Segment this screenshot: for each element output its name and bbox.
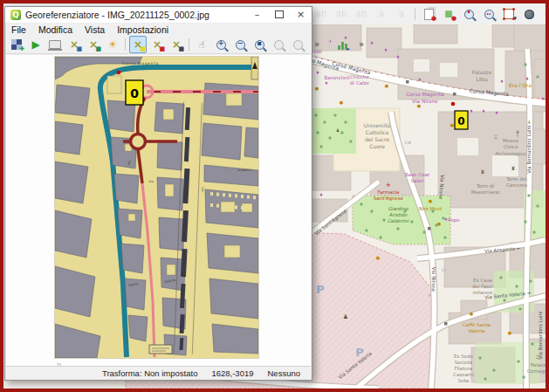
shop-icon: ♦ — [482, 108, 485, 113]
poi-label: Massimiano — [471, 189, 500, 195]
delete-point[interactable]: ×■ — [148, 36, 166, 53]
add-point[interactable]: ×■ — [129, 36, 147, 53]
poi-label: del Sacro — [365, 136, 389, 142]
zoom-last — [270, 36, 287, 53]
poi-label: Torre di — [476, 183, 495, 189]
tree-dot — [484, 377, 486, 380]
label-pin-tool: ab — [353, 5, 370, 23]
park-label: Calderini — [388, 218, 410, 224]
maximize-button[interactable] — [268, 7, 290, 22]
toolbar-overflow[interactable]: » — [308, 36, 326, 53]
street-label: Via Bernardino Luini ← — [526, 120, 532, 174]
start-georeferencing[interactable]: ▶ — [27, 36, 45, 53]
transformation-settings[interactable]: ☀ — [104, 36, 121, 53]
load-gcp-points[interactable]: ×■ — [65, 36, 83, 53]
close-button[interactable]: × — [290, 7, 312, 22]
histogram-stretch[interactable]: ▸ — [333, 36, 351, 53]
cafe-icon: ● — [508, 330, 512, 335]
poi-label: Palazzo — [531, 362, 546, 368]
shop-icon: ♦ — [525, 76, 529, 81]
label-unpin-tool: a — [373, 5, 390, 23]
poi-label: Cattolica — [366, 129, 389, 135]
shop-icon: ♦ — [418, 77, 422, 82]
shop-label: Base Coat — [405, 172, 430, 177]
poi-label: Cornaggia — [527, 368, 546, 375]
tree-dot — [518, 307, 521, 310]
shop-label: di Calze — [350, 80, 369, 86]
georeferencer-window: Q Georeferenziatore - IMG_20211125_0002.… — [4, 6, 312, 381]
toolbar-separator — [125, 38, 126, 51]
zoom-to-layer[interactable]: ▪ — [250, 36, 268, 53]
tree-dot — [517, 360, 519, 362]
shop-icon: ♦ — [470, 108, 473, 113]
museum-icon: ♖ — [493, 134, 498, 140]
park-label: Aristide — [389, 212, 408, 217]
copy-annotation[interactable]: ● — [420, 5, 437, 23]
shop-icon: ♦ — [396, 54, 400, 59]
poi-label: Carceres — [506, 182, 527, 188]
menu-file[interactable]: File — [5, 24, 32, 35]
tree-dot — [333, 113, 336, 116]
raster-map-image[interactable]: Corso MagentaViaViaViaAnspertoSantaValer… — [55, 57, 258, 358]
tree-dot — [524, 63, 526, 65]
amenity-label: Era l'Ora — [509, 82, 532, 88]
zoom-out[interactable]: − — [231, 36, 249, 53]
poi-label: Palazzo — [472, 69, 492, 75]
gcp-0-label: 0 — [457, 115, 464, 127]
open-raster[interactable]: ✚ — [8, 36, 25, 53]
move-point[interactable]: ×■ — [168, 36, 185, 53]
tower-icon: ♜ — [511, 165, 515, 171]
georeferencer-titlebar[interactable]: Q Georeferenziatore - IMG_20211125_0002.… — [5, 7, 312, 24]
toolbar-separator — [189, 38, 189, 51]
tree-dot — [323, 120, 326, 123]
amenity-label: Caffè Santa — [463, 322, 491, 327]
tree-dot — [349, 140, 352, 142]
metasearch-globe[interactable] — [520, 5, 538, 23]
tree-dot — [515, 285, 518, 287]
pan-tool[interactable]: ☝ — [193, 36, 210, 53]
zoom-in[interactable]: + — [212, 36, 230, 53]
toolbar-separator — [329, 38, 330, 51]
tree-dot — [522, 375, 525, 378]
tower-icon: ♜ — [480, 168, 484, 175]
annotation-pin[interactable]: ■● — [440, 5, 457, 23]
transform-status: Trasforma: Non impostato — [102, 368, 197, 378]
house-number: 9 — [429, 293, 431, 298]
generate-gdal-script[interactable] — [46, 36, 64, 53]
poi-label: dei Fasci — [472, 284, 493, 289]
tree-dot — [360, 203, 362, 205]
minimize-button[interactable]: – — [246, 7, 268, 22]
menu-modifica[interactable]: Modifica — [32, 24, 79, 35]
tree-dot — [365, 229, 367, 231]
poi-label: Cuore — [369, 143, 385, 149]
menu-impostazioni[interactable]: Impostazioni — [111, 24, 175, 35]
tree-dot — [524, 220, 526, 223]
zoom-annotations[interactable]: ‥ — [480, 5, 498, 23]
shop-label: Salon — [410, 178, 424, 183]
poi-label: Società — [455, 360, 472, 365]
annotation-extents[interactable]: ▾ — [500, 5, 518, 23]
save-gcp-points[interactable]: ×■ — [85, 36, 102, 53]
amenity-label: Valeria — [469, 328, 485, 334]
shop-icon: ♦ — [370, 40, 374, 45]
menu-vista[interactable]: Vista — [79, 24, 111, 35]
georeferencer-menubar: FileModificaVistaImpostazioni — [5, 24, 312, 36]
shop-label: Baroncheli — [324, 75, 350, 80]
poi-label: Ex Casa — [473, 278, 492, 283]
zoom-to-annotation[interactable]: • — [460, 5, 477, 23]
shop-icon: ♦ — [319, 192, 323, 197]
tree-dot — [527, 194, 530, 196]
house-number: 11 — [441, 268, 446, 272]
church-cross-icon: † — [516, 130, 519, 138]
amenity-label: Nirò Meet — [419, 206, 443, 211]
toolbar-overflow-2[interactable]: » — [353, 36, 370, 53]
tree-dot — [316, 131, 319, 134]
poi-label: Museo — [503, 138, 518, 143]
shop-icon: ♦ — [541, 96, 545, 101]
construction-icon: ♟ — [343, 313, 348, 320]
tree-dot — [536, 204, 539, 207]
pharmacy-cross-icon: + — [386, 182, 391, 189]
georeferencer-canvas[interactable]: Corso MagentaViaViaViaAnspertoSantaValer… — [6, 55, 311, 367]
shop-icon: ♦ — [325, 80, 328, 86]
poi-label: Università — [364, 122, 391, 128]
